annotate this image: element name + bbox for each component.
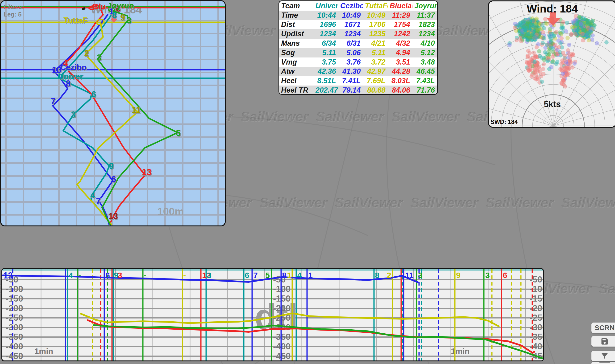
race-map[interactable]: Wind: 184100m661188993322334410108877663… (1, 1, 225, 225)
table-cell: 3.51 (388, 57, 412, 67)
table-cell: 41.30 (338, 67, 363, 76)
timeline-chart[interactable]: dtl-50-100-150-200-250-300-350-400-450-5… (2, 269, 543, 361)
table-cell: 46.45 (412, 67, 437, 76)
stats-table: TeamUniversiCezibordTuttaForBluelabeJoyr… (279, 1, 437, 95)
timeline-chart-panel[interactable]: dtl-50-100-150-200-250-300-350-400-450-5… (1, 268, 544, 361)
svg-text:SailViewer: SailViewer (410, 195, 479, 210)
svg-text:-300: -300 (530, 323, 543, 332)
table-row: Mans6/346/314/214/324/10 (279, 39, 437, 48)
table-cell: 6/31 (338, 39, 363, 48)
svg-text:SailViewer: SailViewer (241, 109, 309, 124)
table-cell: 10:49 (338, 11, 363, 20)
table-cell: 3.76 (338, 57, 363, 67)
table-row: Updist12341234123512421234 (279, 29, 437, 39)
table-cell: 1234 (412, 29, 437, 39)
team-column-header: TuttaFor (363, 1, 388, 11)
svg-text:8: 8 (282, 271, 287, 280)
svg-text:-150: -150 (530, 294, 543, 303)
svg-text:8: 8 (112, 10, 117, 20)
svg-text:-350: -350 (6, 332, 23, 342)
svg-text:-: - (183, 271, 186, 280)
minute-scale-label: 1min (34, 347, 53, 355)
svg-text:8: 8 (375, 271, 379, 280)
table-cell: 7.41L (338, 76, 363, 86)
table-cell: 42.97 (363, 67, 388, 76)
table-cell: 202.47 (314, 86, 338, 95)
table-cell: 5.12 (412, 48, 437, 57)
save-button[interactable] (591, 336, 615, 347)
screenshot-button[interactable]: SCRN (591, 323, 615, 333)
svg-text:-400: -400 (530, 342, 543, 351)
svg-text:11: 11 (132, 105, 140, 115)
svg-text:-450: -450 (6, 351, 23, 361)
table-cell: 1234 (338, 29, 363, 39)
svg-text:6: 6 (245, 271, 249, 280)
svg-text:SailViewer: SailViewer (316, 109, 385, 124)
table-cell: 1696 (314, 20, 338, 29)
race-map-panel[interactable]: Wind: 184100m661188993322334410108877663… (0, 0, 226, 226)
minimize-button[interactable] (591, 362, 615, 364)
table-row: Dist16961671170617541823 (279, 20, 437, 29)
stats-table-panel: TeamUniversiCezibordTuttaForBluelabeJoyr… (278, 0, 438, 95)
row-label: Sog (279, 48, 314, 57)
svg-text:-150: -150 (6, 294, 23, 303)
svg-text:5: 5 (176, 128, 181, 138)
svg-text:-450: -450 (273, 351, 290, 361)
table-row: Heel8.51L7.41L7.69L8.03L7.43L (279, 76, 437, 86)
table-cell: 11:29 (388, 11, 412, 20)
table-cell: 4/32 (388, 39, 412, 48)
svg-text:4: 4 (90, 190, 95, 200)
row-label: Vmg (279, 57, 314, 67)
svg-text:-: - (78, 271, 81, 280)
table-cell: 10:44 (314, 11, 338, 20)
table-cell: 1823 (412, 20, 437, 29)
table-cell: 1235 (363, 29, 388, 39)
svg-text:-400: -400 (6, 342, 23, 351)
svg-text:13: 13 (142, 167, 151, 177)
svg-text:3: 3 (485, 271, 490, 280)
svg-text:7: 7 (96, 196, 101, 206)
funnel-icon (600, 352, 609, 360)
svg-text:6: 6 (105, 271, 110, 280)
table-cell: 1706 (363, 20, 388, 29)
table-cell: 3.48 (412, 57, 437, 67)
svg-text:-300: -300 (6, 323, 23, 332)
screenshot-button-label: SCRN (594, 324, 615, 332)
table-cell: 42.36 (314, 67, 338, 76)
table-cell: 4/10 (412, 39, 437, 48)
stats-table-body: Time10:4410:4910:4911:2911:37Dist1696167… (279, 11, 437, 95)
svg-text:9: 9 (109, 161, 114, 171)
svg-text:3: 3 (97, 53, 101, 63)
table-cell: 11:37 (412, 11, 437, 20)
table-cell: 5.11 (363, 48, 388, 57)
table-cell: 5.11 (314, 48, 338, 57)
svg-text:SailViewer: SailViewer (599, 281, 615, 296)
row-label: Heel (279, 76, 314, 86)
table-cell: 1234 (314, 29, 338, 39)
svg-text:SailViewer: SailViewer (335, 195, 403, 210)
minute-scale-label: 1min (451, 347, 469, 355)
svg-text:6: 6 (91, 90, 96, 99)
svg-text:-100: -100 (6, 284, 23, 294)
svg-text:-250: -250 (6, 313, 23, 323)
svg-text:6: 6 (503, 271, 507, 280)
table-cell: 1242 (388, 29, 412, 39)
team-column-header: Universi (314, 1, 338, 11)
svg-text:-50: -50 (530, 275, 542, 284)
map-scale-label: 100m (157, 206, 184, 217)
table-cell: 10:49 (363, 11, 388, 20)
team-column-header: Bluelabe (388, 1, 412, 11)
svg-text:-350: -350 (530, 332, 543, 342)
svg-text:4: 4 (297, 271, 301, 280)
table-cell: 6/34 (314, 39, 338, 48)
table-cell: 79.14 (338, 86, 363, 95)
svg-text:-350: -350 (273, 332, 290, 342)
sailviewer-app: SailViewerSailViewerSailViewerSailViewer… (0, 0, 615, 364)
row-label: Updist (279, 29, 314, 39)
team-column-header: Cezibord (338, 1, 363, 11)
svg-text:7: 7 (253, 271, 258, 280)
table-cell: 8.03L (388, 76, 412, 86)
svg-text:11: 11 (405, 271, 414, 280)
table-cell: 71.76 (412, 86, 437, 95)
filter-button[interactable] (591, 351, 615, 361)
